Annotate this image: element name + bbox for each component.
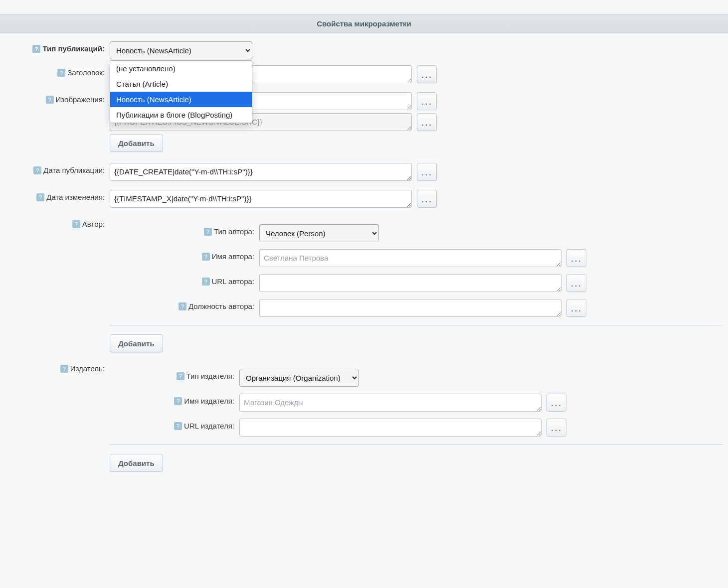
- publication-type-option[interactable]: (не установлено): [110, 61, 252, 76]
- headline-picker-button[interactable]: ...: [417, 65, 437, 83]
- author-name-picker-button[interactable]: ...: [566, 249, 586, 267]
- label-author-url: ?URL автора:: [110, 274, 259, 286]
- label-author-name: ?Имя автора:: [110, 249, 259, 261]
- publisher-name-input[interactable]: Магазин Одежды: [239, 394, 542, 412]
- help-icon[interactable]: ?: [32, 45, 40, 53]
- label-author-type: ?Тип автора:: [110, 224, 259, 236]
- help-icon[interactable]: ?: [202, 253, 210, 261]
- add-image-button[interactable]: Добавить: [110, 134, 163, 152]
- label-publisher-type: ?Тип издателя:: [110, 369, 239, 380]
- publication-type-option[interactable]: Публикации в блоге (BlogPosting): [110, 107, 252, 123]
- image-picker-button[interactable]: ...: [417, 113, 437, 131]
- label-images: ?Изображения:: [5, 92, 110, 104]
- publisher-url-input[interactable]: [239, 419, 542, 437]
- label-publisher-name: ?Имя издателя:: [110, 394, 239, 405]
- publication-type-option[interactable]: Новость (NewsArticle): [110, 92, 252, 107]
- divider: [110, 325, 723, 325]
- label-date-modified: ?Дата изменения:: [5, 190, 110, 201]
- help-icon[interactable]: ?: [174, 422, 182, 430]
- author-url-input[interactable]: [259, 274, 561, 292]
- help-icon[interactable]: ?: [179, 302, 186, 310]
- publication-type-option[interactable]: Статья (Article): [110, 76, 252, 92]
- label-headline: ?Заголовок:: [5, 65, 110, 77]
- author-job-title-input[interactable]: [259, 299, 561, 317]
- author-name-input[interactable]: Светлана Петрова: [259, 249, 561, 267]
- label-publisher-url: ?URL издателя:: [110, 419, 239, 430]
- image-picker-button[interactable]: ...: [417, 92, 437, 110]
- help-icon[interactable]: ?: [46, 96, 54, 104]
- date-modified-input[interactable]: {{TIMESTAMP_X|date("Y-m-d\\TH:i:sP")}}: [110, 190, 412, 208]
- help-icon[interactable]: ?: [202, 278, 210, 286]
- author-url-picker-button[interactable]: ...: [566, 274, 586, 292]
- section-title: Свойства микроразметки: [317, 19, 411, 28]
- date-published-input[interactable]: {{DATE_CREATE|date("Y-m-d\\TH:i:sP")}}: [110, 163, 412, 181]
- help-icon[interactable]: ?: [204, 228, 212, 236]
- publisher-name-picker-button[interactable]: ...: [546, 394, 566, 412]
- publisher-url-picker-button[interactable]: ...: [546, 419, 566, 437]
- help-icon[interactable]: ?: [33, 166, 41, 174]
- add-publisher-button[interactable]: Добавить: [110, 454, 163, 472]
- date-modified-picker-button[interactable]: ...: [417, 190, 437, 208]
- label-date-published: ?Дата публикации:: [5, 163, 110, 174]
- add-author-button[interactable]: Добавить: [110, 334, 163, 352]
- publication-type-dropdown: (не установлено) Статья (Article) Новост…: [110, 60, 252, 123]
- label-publication-type: ?Тип публикаций:: [5, 41, 110, 53]
- author-type-select[interactable]: Человек (Person): [259, 224, 379, 242]
- publisher-type-select[interactable]: Организация (Organization): [239, 369, 359, 387]
- help-icon[interactable]: ?: [36, 193, 44, 201]
- author-job-title-picker-button[interactable]: ...: [566, 299, 586, 317]
- help-icon[interactable]: ?: [174, 397, 182, 405]
- publication-type-select[interactable]: Новость (NewsArticle): [110, 41, 252, 59]
- help-icon[interactable]: ?: [57, 69, 65, 77]
- date-published-picker-button[interactable]: ...: [417, 163, 437, 181]
- help-icon[interactable]: ?: [177, 372, 184, 380]
- label-author-job-title: ?Должность автора:: [110, 299, 259, 310]
- section-header: Свойства микроразметки: [0, 14, 728, 33]
- divider: [110, 444, 723, 445]
